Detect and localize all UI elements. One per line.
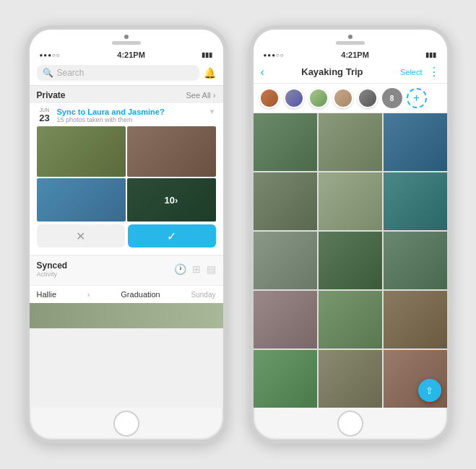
card-dropdown-icon[interactable]: ▼ — [209, 108, 216, 115]
synced-view-icons: 🕐 ⊞ ▤ — [174, 263, 216, 275]
card-subtitle: 15 photos taken with them — [57, 116, 204, 123]
date-month: JUN — [40, 108, 50, 113]
signal-dots-right: ●●●○○ — [264, 52, 285, 58]
rt-photo-2[interactable] — [319, 113, 382, 171]
clock-icon[interactable]: 🕐 — [174, 263, 186, 275]
rt-photo-7[interactable] — [254, 232, 317, 289]
rt-photo-5[interactable] — [319, 172, 382, 230]
speaker-right — [336, 41, 365, 45]
share-icon: ⇧ — [425, 385, 433, 396]
avatar-1[interactable] — [259, 88, 280, 108]
share-fab[interactable]: ⇧ — [418, 379, 441, 402]
synced-section: Synced Activity 🕐 ⊞ ▤ — [30, 256, 223, 285]
synced-subtitle: Activity — [37, 271, 68, 278]
home-button-left[interactable] — [113, 411, 139, 437]
date-box: JUN 23 — [37, 108, 53, 123]
photo-cell-1[interactable] — [37, 126, 126, 177]
avatar-4[interactable] — [333, 88, 353, 108]
photo-count-overlay[interactable]: 10› — [127, 178, 216, 222]
avatar-count[interactable]: 8 — [382, 88, 402, 108]
signal-dots: ●●●○○ — [40, 52, 61, 58]
rt-photo-4[interactable] — [254, 172, 317, 230]
card-title[interactable]: Sync to Laura and Jasmine? — [57, 108, 204, 116]
photo-cell-3[interactable] — [37, 178, 126, 222]
card-info: Sync to Laura and Jasmine? 15 photos tak… — [57, 108, 204, 123]
activity-dest: Graduation — [121, 290, 160, 299]
search-bar: 🔍 Search 🔔 — [30, 61, 223, 86]
kayaking-photo-grid: ⇧ — [254, 113, 447, 408]
activity-thumbnail — [30, 303, 223, 328]
activity-date: Sunday — [191, 291, 216, 299]
rt-photo-6[interactable] — [384, 172, 447, 230]
rt-photo-14[interactable] — [319, 350, 382, 408]
search-icon: 🔍 — [43, 68, 53, 78]
right-phone-content: ‹ Kayaking Trip Select ⋮ 8 + — [254, 61, 447, 408]
date-day: 23 — [39, 113, 49, 123]
private-label: Private — [37, 90, 66, 100]
rt-photo-1[interactable] — [254, 113, 317, 171]
left-phone: ●●●○○ 4:21PM ▮▮▮ 🔍 Search 🔔 Private See … — [25, 25, 228, 444]
rt-photo-12[interactable] — [384, 291, 447, 349]
avatar-2[interactable] — [284, 88, 304, 108]
activity-name: Hallie — [37, 290, 57, 299]
battery-left: ▮▮▮ — [202, 51, 212, 58]
synced-header-text: Synced Activity — [37, 260, 68, 278]
avatar-row: 8 + — [254, 84, 447, 113]
speaker — [112, 41, 141, 45]
synced-title: Synced — [37, 260, 68, 271]
left-phone-content: 🔍 Search 🔔 Private See All › JUN 23 Sync… — [30, 61, 223, 408]
rt-photo-10[interactable] — [254, 291, 317, 349]
right-phone: ●●●○○ 4:21PM ▮▮▮ ‹ Kayaking Trip Select … — [249, 25, 451, 444]
activity-item[interactable]: Hallie › Graduation Sunday — [30, 285, 223, 303]
time-right: 4:21PM — [341, 51, 369, 59]
rt-photo-3[interactable] — [384, 113, 447, 171]
back-button[interactable]: ‹ — [261, 66, 264, 79]
rt-photo-11[interactable] — [319, 291, 382, 349]
kayaking-header: ‹ Kayaking Trip Select ⋮ — [254, 61, 447, 84]
rt-photo-9[interactable] — [384, 232, 447, 289]
activity-arrow: › — [87, 290, 90, 299]
status-bar-left: ●●●○○ 4:21PM ▮▮▮ — [30, 46, 223, 61]
search-placeholder: Search — [57, 68, 85, 78]
battery-right: ▮▮▮ — [425, 51, 436, 58]
photo-cell-4[interactable]: 10› — [127, 178, 216, 222]
add-person-button[interactable]: + — [407, 88, 427, 108]
camera-dot-right — [348, 35, 352, 39]
see-all-button[interactable]: See All › — [186, 91, 216, 100]
action-row: ✕ ✓ — [37, 224, 216, 247]
list-icon[interactable]: ▤ — [207, 263, 216, 275]
home-button-right[interactable] — [337, 411, 363, 437]
rt-photo-8[interactable] — [319, 232, 382, 289]
avatar-5[interactable] — [358, 88, 378, 108]
cancel-button[interactable]: ✕ — [37, 224, 125, 247]
avatar-3[interactable] — [308, 88, 329, 108]
private-section-header: Private See All › — [30, 86, 223, 103]
sync-card: JUN 23 Sync to Laura and Jasmine? 15 pho… — [30, 103, 223, 255]
more-icon[interactable]: ⋮ — [428, 65, 440, 79]
camera-dot — [124, 35, 129, 39]
photo-grid-left: 10› — [37, 126, 216, 222]
status-bar-right: ●●●○○ 4:21PM ▮▮▮ — [254, 46, 447, 61]
bell-icon[interactable]: 🔔 — [204, 67, 216, 79]
confirm-button[interactable]: ✓ — [128, 224, 216, 247]
rt-photo-13[interactable] — [254, 350, 317, 408]
header-actions: Select ⋮ — [400, 65, 440, 79]
time-left: 4:21PM — [117, 51, 145, 59]
photo-cell-2[interactable] — [127, 126, 216, 177]
search-input[interactable]: 🔍 Search — [37, 65, 199, 81]
grid-icon[interactable]: ⊞ — [192, 263, 201, 275]
select-button[interactable]: Select — [400, 68, 423, 76]
album-title: Kayaking Trip — [301, 66, 363, 77]
